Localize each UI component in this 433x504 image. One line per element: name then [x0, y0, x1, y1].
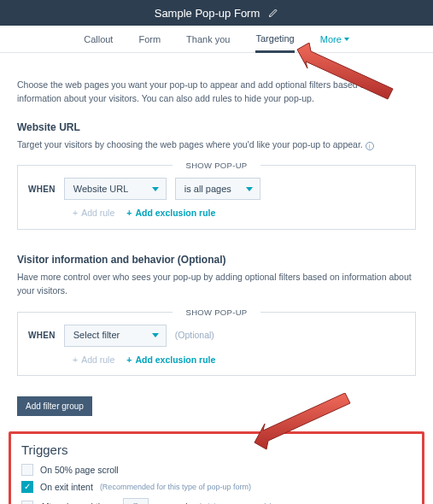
select-value: is all pages — [184, 182, 231, 196]
tab-more[interactable]: More — [320, 27, 349, 51]
checkbox-exit-intent[interactable]: ✓ — [21, 481, 33, 493]
section-website-url-title: Website URL — [17, 120, 416, 135]
trigger-exit-row: ✓ On exit intent (Recommended for this t… — [21, 481, 412, 493]
select-condition[interactable]: is all pages — [175, 178, 260, 200]
page-title: Sample Pop-up Form — [155, 7, 260, 20]
rule-row: WHEN Select filter (Optional) — [28, 325, 405, 347]
add-filter-group-button[interactable]: Add filter group — [17, 396, 92, 416]
help-icon[interactable]: i — [366, 142, 374, 150]
edit-title-icon[interactable] — [268, 8, 278, 18]
tab-callout[interactable]: Callout — [84, 27, 113, 51]
add-exclusion-button[interactable]: +Add exclusion rule — [126, 354, 215, 367]
rule-links: +Add rule +Add exclusion rule — [73, 354, 405, 367]
tab-form[interactable]: Form — [138, 27, 161, 51]
when-label: WHEN — [28, 183, 56, 196]
checkbox-scroll[interactable] — [21, 464, 33, 476]
section-visitor-title: Visitor information and behavior (Option… — [17, 252, 416, 267]
rule-row: WHEN Website URL is all pages — [28, 178, 405, 200]
add-exclusion-button[interactable]: +Add exclusion rule — [126, 207, 215, 220]
section-visitor-desc: Have more control over who sees your pop… — [17, 271, 416, 298]
chevron-down-icon — [246, 187, 253, 191]
add-rule-button[interactable]: +Add rule — [73, 207, 114, 220]
tab-thankyou[interactable]: Thank you — [186, 27, 230, 51]
chevron-down-icon — [344, 38, 349, 41]
tab-targeting[interactable]: Targeting — [255, 26, 294, 53]
add-rule-button[interactable]: +Add rule — [73, 354, 114, 367]
select-filter[interactable]: Select filter — [64, 325, 167, 347]
tabs-nav: Callout Form Thank you Targeting More — [0, 26, 433, 53]
when-label: WHEN — [28, 329, 56, 342]
section-website-url-desc: Target your visitors by choosing the web… — [17, 138, 416, 152]
trigger-scroll-label: On 50% page scroll — [40, 465, 119, 475]
triggers-title: Triggers — [21, 442, 412, 457]
page-header: Sample Pop-up Form — [0, 0, 433, 26]
panel-legend: SHOW POP-UP — [173, 160, 261, 172]
rule-links: +Add rule +Add exclusion rule — [73, 207, 405, 220]
checkbox-elapsed-time[interactable] — [21, 501, 33, 504]
content-area: Choose the web pages you want your pop-u… — [0, 53, 433, 384]
trigger-exit-note: (Recommended for this type of pop-up for… — [100, 483, 251, 491]
triggers-panel: Triggers On 50% page scroll ✓ On exit in… — [9, 431, 424, 504]
trigger-exit-label: On exit intent — [40, 482, 93, 492]
select-value: Website URL — [73, 182, 129, 196]
select-website-url[interactable]: Website URL — [64, 178, 167, 200]
select-value: Select filter — [73, 328, 120, 343]
chevron-down-icon — [152, 187, 159, 191]
intro-text: Choose the web pages you want your pop-u… — [17, 79, 416, 106]
tab-more-label: More — [320, 34, 342, 44]
visitor-panel: SHOW POP-UP WHEN Select filter (Optional… — [17, 312, 416, 377]
seconds-input[interactable] — [123, 498, 149, 504]
trigger-time-row: After elapsed time seconds (Minimum 7 se… — [21, 498, 412, 504]
panel-legend: SHOW POP-UP — [173, 307, 261, 319]
chevron-down-icon — [152, 333, 159, 337]
trigger-scroll-row: On 50% page scroll — [21, 464, 412, 476]
optional-label: (Optional) — [175, 329, 214, 343]
website-url-panel: SHOW POP-UP WHEN Website URL is all page… — [17, 165, 416, 230]
